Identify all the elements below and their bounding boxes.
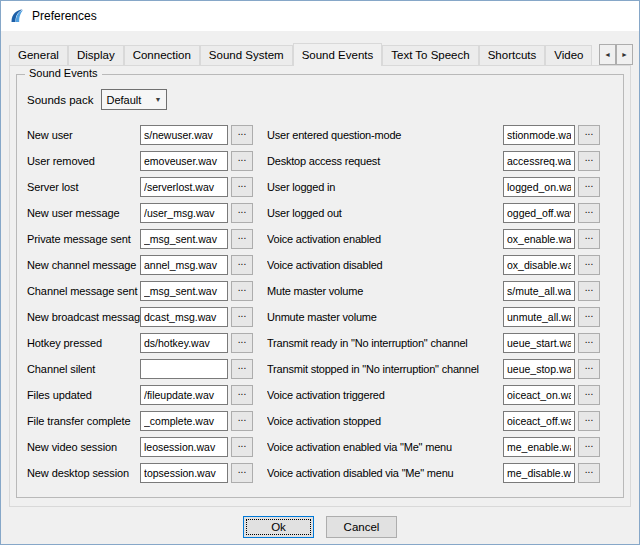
browse-button[interactable]: ...: [578, 255, 600, 275]
sound-file-input[interactable]: [140, 333, 228, 353]
sound-event-row: New channel message ...: [27, 255, 267, 275]
sound-event-row: Voice activation enabled ...: [267, 229, 615, 249]
dialog-footer: Ok Cancel: [1, 516, 639, 538]
tab-display[interactable]: Display: [68, 45, 124, 65]
event-columns: New user ... User removed ... Server los…: [27, 125, 615, 489]
title-bar[interactable]: Preferences: [1, 1, 639, 31]
browse-button[interactable]: ...: [231, 125, 253, 145]
browse-button[interactable]: ...: [578, 281, 600, 301]
browse-button[interactable]: ...: [231, 307, 253, 327]
sounds-pack-dropdown[interactable]: Default ▼: [101, 89, 167, 110]
browse-button[interactable]: ...: [231, 177, 253, 197]
sound-file-input[interactable]: [503, 385, 575, 405]
tab-scroller: ◄ ►: [599, 44, 633, 65]
browse-button[interactable]: ...: [231, 151, 253, 171]
sound-file-input[interactable]: [503, 307, 575, 327]
tab-strip: GeneralDisplayConnectionSound SystemSoun…: [9, 43, 631, 65]
sound-event-row: Transmit stopped in "No interruption" ch…: [267, 359, 615, 379]
sound-event-label: Transmit ready in "No interruption" chan…: [267, 337, 503, 349]
ok-button[interactable]: Ok: [243, 516, 314, 538]
sound-event-row: New user message ...: [27, 203, 267, 223]
sound-event-row: New desktop session ...: [27, 463, 267, 483]
tab-connection[interactable]: Connection: [124, 45, 200, 65]
sound-event-row: File transfer complete ...: [27, 411, 267, 431]
tab-shortcuts[interactable]: Shortcuts: [479, 45, 546, 65]
sound-event-label: Voice activation stopped: [267, 415, 503, 427]
sound-file-input[interactable]: [503, 229, 575, 249]
sound-file-input[interactable]: [140, 463, 228, 483]
sound-file-input[interactable]: [503, 411, 575, 431]
sound-event-label: Voice activation triggered: [267, 389, 503, 401]
sounds-pack-label: Sounds pack: [27, 94, 94, 106]
sound-file-input[interactable]: [140, 177, 228, 197]
browse-button[interactable]: ...: [231, 385, 253, 405]
tab-sound-events[interactable]: Sound Events: [293, 43, 383, 66]
tab-video[interactable]: Video: [545, 45, 592, 65]
sound-file-input[interactable]: [140, 307, 228, 327]
sound-event-row: Voice activation stopped ...: [267, 411, 615, 431]
sounds-pack-row: Sounds pack Default ▼: [27, 89, 623, 110]
sound-file-input[interactable]: [140, 203, 228, 223]
sound-event-row: New video session ...: [27, 437, 267, 457]
sound-file-input[interactable]: [503, 463, 575, 483]
sound-file-input[interactable]: [503, 177, 575, 197]
sound-file-input[interactable]: [140, 411, 228, 431]
browse-button[interactable]: ...: [578, 411, 600, 431]
sounds-pack-value: Default: [102, 94, 151, 106]
browse-button[interactable]: ...: [231, 333, 253, 353]
browse-button[interactable]: ...: [231, 437, 253, 457]
browse-button[interactable]: ...: [231, 411, 253, 431]
sound-file-input[interactable]: [140, 437, 228, 457]
sound-event-label: New user: [27, 129, 140, 141]
sound-event-label: New desktop session: [27, 467, 140, 479]
sound-file-input[interactable]: [503, 437, 575, 457]
sound-file-input[interactable]: [503, 255, 575, 275]
browse-button[interactable]: ...: [231, 229, 253, 249]
browse-button[interactable]: ...: [578, 359, 600, 379]
tab-general[interactable]: General: [9, 45, 68, 65]
sound-event-row: Files updated ...: [27, 385, 267, 405]
sound-file-input[interactable]: [503, 151, 575, 171]
sound-event-label: Unmute master volume: [267, 311, 503, 323]
sound-file-input[interactable]: [140, 385, 228, 405]
browse-button[interactable]: ...: [231, 281, 253, 301]
sound-event-row: Desktop access request ...: [267, 151, 615, 171]
sound-event-label: User entered question-mode: [267, 129, 503, 141]
browse-button[interactable]: ...: [578, 333, 600, 353]
browse-button[interactable]: ...: [578, 177, 600, 197]
tab-text-to-speech[interactable]: Text To Speech: [382, 45, 478, 65]
tab-scroll-right-button[interactable]: ►: [616, 44, 633, 65]
browse-button[interactable]: ...: [231, 203, 253, 223]
sound-file-input[interactable]: [140, 255, 228, 275]
browse-button[interactable]: ...: [578, 151, 600, 171]
browse-button[interactable]: ...: [231, 463, 253, 483]
browse-button[interactable]: ...: [578, 463, 600, 483]
sound-event-row: Hotkey pressed ...: [27, 333, 267, 353]
sound-file-input[interactable]: [140, 281, 228, 301]
browse-button[interactable]: ...: [578, 437, 600, 457]
sound-file-input[interactable]: [140, 125, 228, 145]
sound-file-input[interactable]: [140, 151, 228, 171]
cancel-button[interactable]: Cancel: [326, 516, 397, 538]
browse-button[interactable]: ...: [578, 125, 600, 145]
sound-event-label: Hotkey pressed: [27, 337, 140, 349]
browse-button[interactable]: ...: [578, 307, 600, 327]
browse-button[interactable]: ...: [578, 229, 600, 249]
sound-file-input[interactable]: [140, 359, 228, 379]
sound-file-input[interactable]: [140, 229, 228, 249]
browse-button[interactable]: ...: [578, 203, 600, 223]
sound-file-input[interactable]: [503, 359, 575, 379]
sound-file-input[interactable]: [503, 203, 575, 223]
sound-event-label: Mute master volume: [267, 285, 503, 297]
chevron-down-icon: ▼: [151, 96, 166, 103]
sound-event-label: Desktop access request: [267, 155, 503, 167]
browse-button[interactable]: ...: [231, 359, 253, 379]
tab-scroll-left-button[interactable]: ◄: [599, 44, 616, 65]
sound-file-input[interactable]: [503, 125, 575, 145]
browse-button[interactable]: ...: [578, 385, 600, 405]
sound-file-input[interactable]: [503, 333, 575, 353]
sound-file-input[interactable]: [503, 281, 575, 301]
tab-sound-system[interactable]: Sound System: [200, 45, 293, 65]
sound-event-label: Files updated: [27, 389, 140, 401]
browse-button[interactable]: ...: [231, 255, 253, 275]
